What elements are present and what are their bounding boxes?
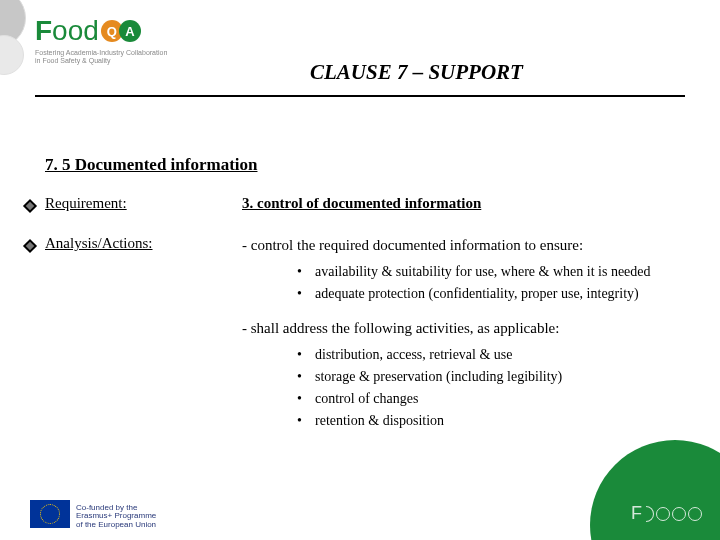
diamond-bullet-icon bbox=[23, 199, 37, 213]
tagline-line: Fostering Academia-Industry Collaboratio… bbox=[35, 49, 175, 57]
label-requirement: Requirement: bbox=[45, 195, 127, 212]
eu-flag-icon bbox=[30, 500, 70, 528]
decor-rings: F bbox=[631, 503, 702, 524]
list-item: storage & preservation (including legibi… bbox=[297, 369, 690, 385]
title-rule bbox=[35, 95, 685, 97]
logo-tagline: Fostering Academia-Industry Collaboratio… bbox=[35, 49, 175, 64]
sidebar-item-analysis: Analysis/Actions: bbox=[25, 235, 235, 252]
list-item: control of changes bbox=[297, 391, 690, 407]
list-item: adequate protection (confidentiality, pr… bbox=[297, 286, 690, 302]
bullet-list: availability & suitability for use, wher… bbox=[297, 264, 690, 302]
content-lead: - control the required documented inform… bbox=[242, 237, 690, 254]
diamond-bullet-icon bbox=[23, 239, 37, 253]
label-analysis: Analysis/Actions: bbox=[45, 235, 153, 252]
logo-letter: d bbox=[83, 15, 99, 47]
eu-funding-text: Co-funded by the Erasmus+ Programme of t… bbox=[76, 504, 156, 530]
ring-icon bbox=[688, 507, 702, 521]
decor-letter: F bbox=[631, 503, 642, 524]
content-lead: - shall address the following activities… bbox=[242, 320, 690, 337]
tagline-line: in Food Safety & Quality bbox=[35, 57, 175, 65]
badge-a: A bbox=[119, 20, 141, 42]
logo-badge: Q A bbox=[101, 20, 141, 42]
decor-green-circle bbox=[590, 440, 720, 540]
content-heading: 3. control of documented information bbox=[242, 195, 690, 212]
footer-line: of the European Union bbox=[76, 521, 156, 530]
content-column: 3. control of documented information - c… bbox=[242, 195, 690, 447]
section-heading: 7. 5 Documented information bbox=[45, 155, 257, 175]
sidebar-item-requirement: Requirement: bbox=[25, 195, 235, 212]
logo-letter: F bbox=[35, 15, 52, 47]
header: F oo d Q A Fostering Academia-Industry C… bbox=[0, 0, 720, 100]
logo: F oo d Q A Fostering Academia-Industry C… bbox=[35, 15, 185, 64]
footer: Co-funded by the Erasmus+ Programme of t… bbox=[0, 480, 720, 540]
ring-icon bbox=[646, 506, 654, 522]
logo-letter: oo bbox=[52, 15, 83, 47]
ring-icon bbox=[672, 507, 686, 521]
list-item: distribution, access, retrieval & use bbox=[297, 347, 690, 363]
bullet-list: distribution, access, retrieval & use st… bbox=[297, 347, 690, 429]
logo-mark: F oo d Q A bbox=[35, 15, 141, 47]
eu-stars-icon bbox=[40, 504, 60, 524]
slide-title: CLAUSE 7 – SUPPORT bbox=[310, 60, 523, 85]
list-item: retention & disposition bbox=[297, 413, 690, 429]
ring-icon bbox=[656, 507, 670, 521]
list-item: availability & suitability for use, wher… bbox=[297, 264, 690, 280]
